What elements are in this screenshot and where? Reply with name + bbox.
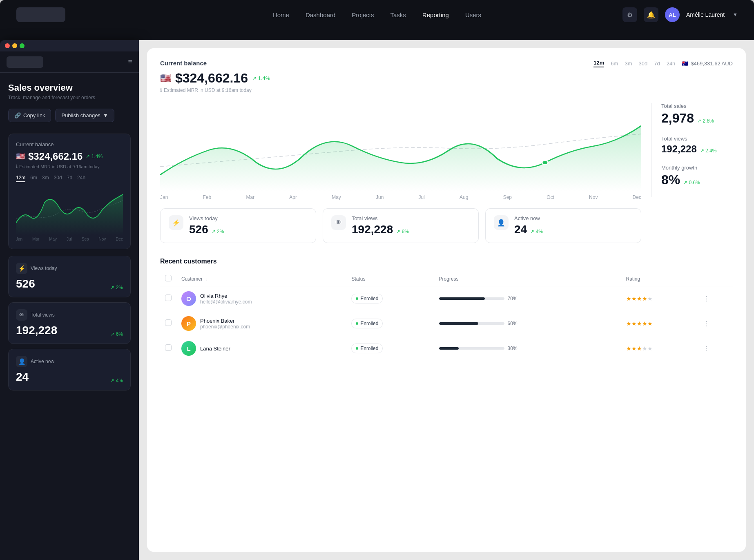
chart-x-aug: Aug xyxy=(460,194,468,200)
right-total-views: Total views 192,228 ↗ 2.4% xyxy=(661,136,733,155)
tab-12m[interactable]: 12m xyxy=(16,175,25,182)
main-tab-7d[interactable]: 7d xyxy=(654,60,660,67)
nav-tasks[interactable]: Tasks xyxy=(390,11,406,18)
main-tab-24h[interactable]: 24h xyxy=(667,60,676,67)
chart-x-jun: Jun xyxy=(376,194,384,200)
bolt-icon: ⚡ xyxy=(16,263,27,274)
right-monthly-growth: Monthly growth 8% ↗ 0.6% xyxy=(661,165,733,187)
user-name: Amélie Laurent xyxy=(686,11,725,18)
active-now-change: ↗ 4% xyxy=(530,229,543,234)
stars-lana: ★★★ xyxy=(626,345,642,352)
sidebar-views-today-change: ↗ 2% xyxy=(110,285,123,290)
select-all-checkbox[interactable] xyxy=(165,275,172,281)
progress-bar-phoenix xyxy=(439,322,504,325)
views-today-label: Views today xyxy=(189,215,224,221)
stats-cards-row: ⚡ Views today 526 ↗ 2% 👁 xyxy=(160,208,641,243)
main-chart-area: Jan Feb Mar Apr May Jun Jul Aug Sep Oct … xyxy=(160,103,641,254)
chart-x-mar: Mar xyxy=(246,194,254,200)
status-dot-icon xyxy=(356,297,358,300)
tab-30d[interactable]: 30d xyxy=(54,175,62,182)
chart-label-jan: Jan xyxy=(16,237,22,241)
progress-bar-olivia xyxy=(439,297,504,300)
nav-home[interactable]: Home xyxy=(273,11,289,18)
sidebar-window: ≡ Sales overview Track, manage and forec… xyxy=(0,40,139,560)
rating-cell-lana: ★★★★★ xyxy=(621,336,698,361)
right-monthly-growth-label: Monthly growth xyxy=(661,165,733,171)
main-tab-3m[interactable]: 3m xyxy=(625,60,632,67)
tab-6m[interactable]: 6m xyxy=(30,175,37,182)
more-options-icon-phoenix[interactable]: ⋮ xyxy=(703,320,709,327)
customer-details-lana: Lana Steiner xyxy=(200,346,230,352)
nav-users[interactable]: Users xyxy=(465,11,481,18)
tab-3m[interactable]: 3m xyxy=(42,175,49,182)
tab-24h[interactable]: 24h xyxy=(77,175,85,182)
row-checkbox-cell xyxy=(160,286,176,311)
sidebar-views-today-header: ⚡ Views today xyxy=(16,263,123,274)
nav-projects[interactable]: Projects xyxy=(352,11,374,18)
active-now-content: Active now 24 ↗ 4% xyxy=(514,215,543,236)
sidebar-total-views-card: 👁 Total views 192,228 ↗ 6% xyxy=(8,302,131,344)
main-tab-12m[interactable]: 12m xyxy=(593,60,604,67)
customer-avatar-lana: L xyxy=(181,341,196,356)
info-icon: ℹ xyxy=(16,164,18,169)
hamburger-icon[interactable]: ≡ xyxy=(128,58,132,66)
total-views-label: Total views xyxy=(352,215,409,221)
bell-icon[interactable]: 🔔 xyxy=(644,7,658,22)
row-checkbox-phoenix[interactable] xyxy=(165,319,172,326)
customer-email-olivia: hello@@oliviarhye.com xyxy=(200,299,252,305)
sidebar-nav: ≡ xyxy=(0,51,139,73)
customer-col-label: Customer xyxy=(181,276,203,282)
progress-cell-phoenix: 60% xyxy=(434,311,621,336)
more-options-icon-olivia[interactable]: ⋮ xyxy=(703,295,709,302)
nav-dashboard[interactable]: Dashboard xyxy=(306,11,335,18)
bg-navbar: Home Dashboard Projects Tasks Reporting … xyxy=(0,0,754,29)
progress-bar-lana xyxy=(439,347,504,350)
row-checkbox[interactable] xyxy=(165,295,172,301)
chart-x-may: May xyxy=(332,194,341,200)
total-views-change: ↗ 6% xyxy=(396,229,409,234)
main-balance-amount: $324,662.16 xyxy=(175,71,248,86)
more-options-icon-lana[interactable]: ⋮ xyxy=(703,345,709,352)
chart-x-feb: Feb xyxy=(203,194,212,200)
tab-7d[interactable]: 7d xyxy=(67,175,72,182)
right-total-sales-change: ↗ 2.8% xyxy=(697,118,714,124)
views-today-content: Views today 526 ↗ 2% xyxy=(189,215,224,236)
right-total-views-label: Total views xyxy=(661,136,733,142)
traffic-yellow[interactable] xyxy=(12,43,17,48)
th-progress: Progress xyxy=(434,272,621,286)
row-checkbox-lana[interactable] xyxy=(165,344,172,351)
customer-name-lana: Lana Steiner xyxy=(200,346,230,352)
actions-cell-olivia: ⋮ xyxy=(698,286,733,311)
sidebar-titlebar xyxy=(0,40,139,51)
settings-icon[interactable]: ⚙ xyxy=(622,7,637,22)
traffic-red[interactable] xyxy=(5,43,10,48)
active-now-value: 24 xyxy=(514,223,527,236)
sidebar-copy-link-button[interactable]: 🔗 Copy link xyxy=(8,109,51,122)
right-stats-panel: Total sales 2,978 ↗ 2.8% Total views 192… xyxy=(651,103,733,197)
stars-phoenix: ★★★★★ xyxy=(626,320,653,327)
progress-label-lana: 30% xyxy=(508,346,518,351)
customer-name-olivia: Olivia Rhye xyxy=(200,293,252,299)
user-chevron-icon[interactable]: ▼ xyxy=(733,12,738,18)
traffic-green[interactable] xyxy=(20,43,25,48)
status-badge-phoenix: Enrolled xyxy=(351,319,383,328)
sidebar-active-now-card: 👤 Active now 24 ↗ 4% xyxy=(8,349,131,390)
main-tab-30d[interactable]: 30d xyxy=(638,60,647,67)
customer-cell-phoenix: P Phoenix Baker phoenix@phoenix.com xyxy=(176,311,346,336)
row-checkbox-cell-phoenix xyxy=(160,311,176,336)
nav-reporting[interactable]: Reporting xyxy=(422,11,449,18)
right-total-sales-label: Total sales xyxy=(661,103,733,109)
customers-section-title: Recent customers xyxy=(160,258,733,265)
us-flag-icon: 🇺🇸 xyxy=(16,152,25,161)
chart-x-apr: Apr xyxy=(289,194,297,200)
actions-cell-phoenix: ⋮ xyxy=(698,311,733,336)
chart-x-sep: Sep xyxy=(503,194,512,200)
sidebar-active-now-label: Active now xyxy=(31,359,54,364)
th-customer[interactable]: Customer ↓ xyxy=(176,272,346,286)
chart-layout: Jan Feb Mar Apr May Jun Jul Aug Sep Oct … xyxy=(160,103,733,254)
main-tab-6m[interactable]: 6m xyxy=(611,60,618,67)
sidebar-balance-card: Current balance 🇺🇸 $324,662.16 ↗ 1.4% ℹ … xyxy=(8,134,131,249)
sidebar-publish-button[interactable]: Publish changes ▼ xyxy=(55,109,114,122)
au-flag-icon: 🇦🇺 xyxy=(682,60,688,67)
active-now-card: 👤 Active now 24 ↗ 4% xyxy=(485,208,641,243)
